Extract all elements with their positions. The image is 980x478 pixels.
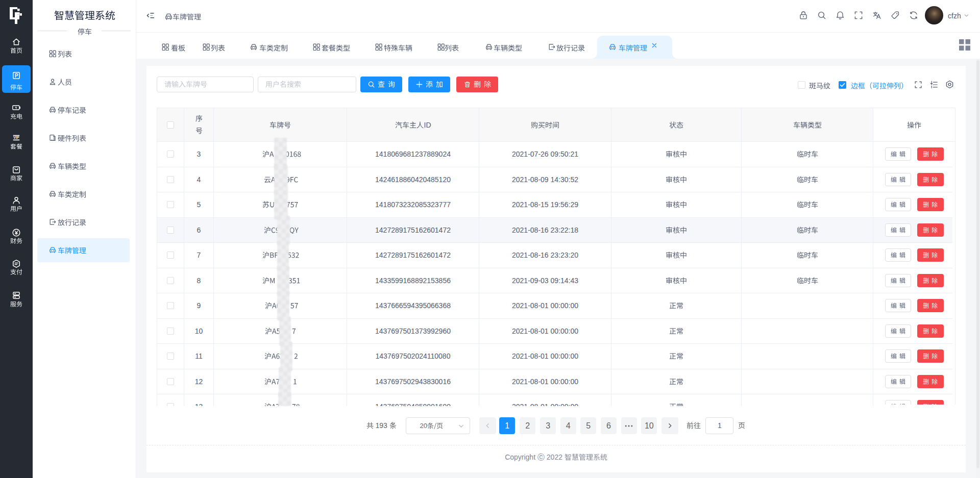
svg-text:VIP: VIP xyxy=(13,136,19,139)
